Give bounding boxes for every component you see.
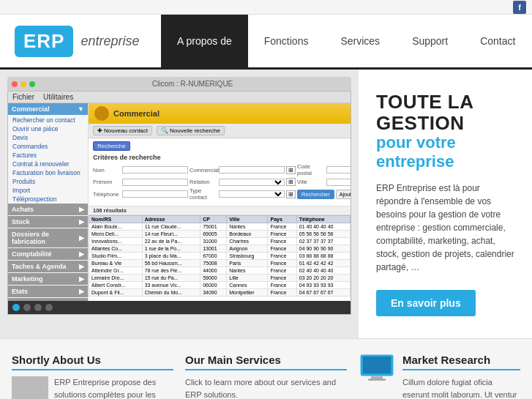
nav-item-apropos[interactable]: A propos de xyxy=(161,15,248,67)
th-cp[interactable]: CP xyxy=(201,216,227,223)
header: ERP entreprise A propos de Fonctions Ser… xyxy=(0,15,532,70)
sidebar-section-commercial[interactable]: Commercial ▼ xyxy=(8,103,88,115)
browser-chrome: Clicom : R-NUMERIQUE xyxy=(7,77,351,91)
bottom-section: Shortly About Us ERP Entreprise propose … xyxy=(0,338,532,399)
svg-rect-2 xyxy=(371,376,383,379)
menu-fichier[interactable]: Fichier xyxy=(12,93,34,101)
table-row[interactable]: Atlantes Co...1 rue de la Po...13001Avig… xyxy=(89,245,351,253)
table-row[interactable]: Atteindre Gr...78 rue des Fle...44000Nan… xyxy=(89,267,351,275)
bottom-col-market: Market Research Cillum dolore fugiat ofi… xyxy=(359,354,520,399)
commercial-picker[interactable]: ⊞ xyxy=(286,166,296,174)
table-row[interactable]: Bureau & Vie56 bd Haussm...75008ParisFra… xyxy=(89,260,351,267)
services-title: Our Main Services xyxy=(185,354,347,370)
commercial-input[interactable] xyxy=(219,166,285,174)
telephone-input[interactable] xyxy=(122,190,188,198)
sidebar-link-devis[interactable]: Devis xyxy=(8,133,88,142)
sidebar-link-import[interactable]: Import xyxy=(8,186,88,195)
erp-main-header: Commercial xyxy=(89,103,351,124)
main-nav: A propos de Fonctions Services Support C… xyxy=(161,15,532,67)
nouveau-contact-btn[interactable]: ✚ Nouveau contact xyxy=(93,126,152,135)
bottom-col-about: Shortly About Us ERP Entreprise propose … xyxy=(12,354,173,399)
nav-item-fonctions[interactable]: Fonctions xyxy=(248,15,325,67)
table-row[interactable]: Innovations...22 av de la Pa...31000Char… xyxy=(89,238,351,245)
th-ville[interactable]: Ville xyxy=(227,216,268,223)
nav-dot-2[interactable] xyxy=(23,304,31,311)
th-telephone[interactable]: Téléphone xyxy=(296,216,350,223)
table-row[interactable]: Alain Boule...11 rue Claude...75001Nante… xyxy=(89,223,351,231)
sidebar-section-admin[interactable]: Administration▶ xyxy=(8,298,88,301)
typecontact-select[interactable] xyxy=(219,190,285,198)
nav-item-services[interactable]: Services xyxy=(324,15,396,67)
table-row[interactable]: Lemaire Dro...15 rue du Pa...59000LilleF… xyxy=(89,275,351,282)
th-pays[interactable]: Pays xyxy=(268,216,296,223)
about-image xyxy=(12,376,48,399)
erp-ui: Commercial ▼ Rechercher un contact Ouvri… xyxy=(8,103,351,301)
nom-input[interactable] xyxy=(122,166,188,174)
results-table: Nom/RS Adresse CP Ville Pays Téléphone A… xyxy=(89,215,351,297)
sidebar-section-stock[interactable]: Stock▶ xyxy=(8,216,88,228)
browser-menubar: Fichier Utilitaires xyxy=(8,92,351,103)
form-row-commercial: Commercial ⊞ xyxy=(190,163,296,176)
table-row[interactable]: Albert Constr...33 avenue Vic...06000Can… xyxy=(89,282,351,289)
svg-rect-3 xyxy=(368,379,386,381)
en-savoir-plus-btn[interactable]: En savoir plus xyxy=(376,290,476,316)
codepostal-input[interactable] xyxy=(326,166,351,174)
table-row[interactable]: Dupont & Fil...Chemin du Mo...34090Montp… xyxy=(89,289,351,297)
prenom-input[interactable] xyxy=(122,179,188,186)
services-text: Click to learn more about our services a… xyxy=(185,376,347,399)
sidebar-section-dossiers[interactable]: Dossiers de fabrication▶ xyxy=(8,228,88,247)
sidebar-link-teleprospection[interactable]: Téléprospection xyxy=(8,195,88,204)
sidebar-link-ouvrir[interactable]: Ouvrir une pièce xyxy=(8,124,88,133)
sidebar-link-commandes[interactable]: Commandes xyxy=(8,142,88,151)
results-table-container: Nom/RS Adresse CP Ville Pays Téléphone A… xyxy=(89,215,351,297)
hero-section: Clicom : R-NUMERIQUE Fichier Utilitaires… xyxy=(0,70,532,338)
nav-dot-3[interactable] xyxy=(34,304,42,311)
relation-select[interactable] xyxy=(219,179,285,186)
typecontact-picker[interactable]: ⊞ xyxy=(286,190,296,198)
form-row-typecontact: Type contact ⊞ xyxy=(190,187,296,201)
form-row-telephone: Téléphone xyxy=(93,187,188,201)
browser-body: Fichier Utilitaires Commercial ▼ Recherc… xyxy=(7,91,351,315)
menu-utilitaires[interactable]: Utilitaires xyxy=(43,93,73,101)
facebook-icon[interactable]: f xyxy=(513,1,526,14)
erp-search-area: Recherche Critères de recherche Nom Comm… xyxy=(89,138,351,206)
info-title: TOUTE LA GESTION xyxy=(376,92,514,133)
monitor-icon xyxy=(359,354,395,383)
market-title: Market Research xyxy=(402,354,520,370)
info-panel: TOUTE LA GESTION pour votre entreprise E… xyxy=(359,70,532,338)
recherche-active-btn[interactable]: Recherche xyxy=(93,141,130,151)
sidebar-link-rechercher[interactable]: Rechercher un contact xyxy=(8,116,88,124)
th-nom[interactable]: Nom/RS xyxy=(89,216,143,223)
sidebar-section-marketing[interactable]: Marketing▶ xyxy=(8,273,88,285)
ville-input[interactable] xyxy=(326,179,351,186)
top-bar: f xyxy=(0,0,532,15)
sidebar-section-achats[interactable]: Achats▶ xyxy=(8,204,88,215)
sidebar-section-comptabilite[interactable]: Comptabilité▶ xyxy=(8,248,88,260)
browser-dot-green xyxy=(29,81,35,87)
nouvelle-recherche-btn[interactable]: 🔍 Nouvelle recherche xyxy=(157,126,225,135)
table-row[interactable]: Micro Deli...14 rue Fleuri...69005Bordea… xyxy=(89,231,351,238)
search-form: Nom Commercial ⊞ Code postal xyxy=(93,163,346,201)
sidebar-link-produits[interactable]: Produits xyxy=(8,177,88,186)
table-row[interactable]: Studio Film...3 place du Ma...67000Stras… xyxy=(89,253,351,260)
sidebar-section-etats[interactable]: Etats▶ xyxy=(8,286,88,297)
erp-sidebar: Commercial ▼ Rechercher un contact Ouvri… xyxy=(8,103,89,301)
ajout-criteres-btn[interactable]: Ajout critères (0) xyxy=(336,190,351,199)
info-subtitle: pour votre entreprise xyxy=(376,133,514,171)
sidebar-link-facturation[interactable]: Facturation bon livraison xyxy=(8,168,88,177)
sidebar-section-taches[interactable]: Taches & Agenda▶ xyxy=(8,261,88,272)
nav-dot-1[interactable] xyxy=(12,304,20,311)
th-adresse[interactable]: Adresse xyxy=(142,216,201,223)
person-icon xyxy=(94,106,109,121)
criteria-title: Critères de recherche xyxy=(93,154,346,161)
logo-text: entreprise xyxy=(80,34,139,49)
rechercher-btn[interactable]: Rechercher xyxy=(297,190,334,199)
sidebar-link-factures[interactable]: Factures xyxy=(8,151,88,160)
nav-item-contact[interactable]: Contact xyxy=(464,15,531,67)
nav-dot-4[interactable] xyxy=(45,304,53,311)
results-bar: 106 résultats xyxy=(89,206,351,215)
sidebar-link-contrat[interactable]: Contrat à renouveler xyxy=(8,160,88,168)
about-text: ERP Entreprise propose des solutions com… xyxy=(54,376,173,399)
nav-item-support[interactable]: Support xyxy=(396,15,464,67)
relation-picker[interactable]: ⊞ xyxy=(286,178,296,186)
